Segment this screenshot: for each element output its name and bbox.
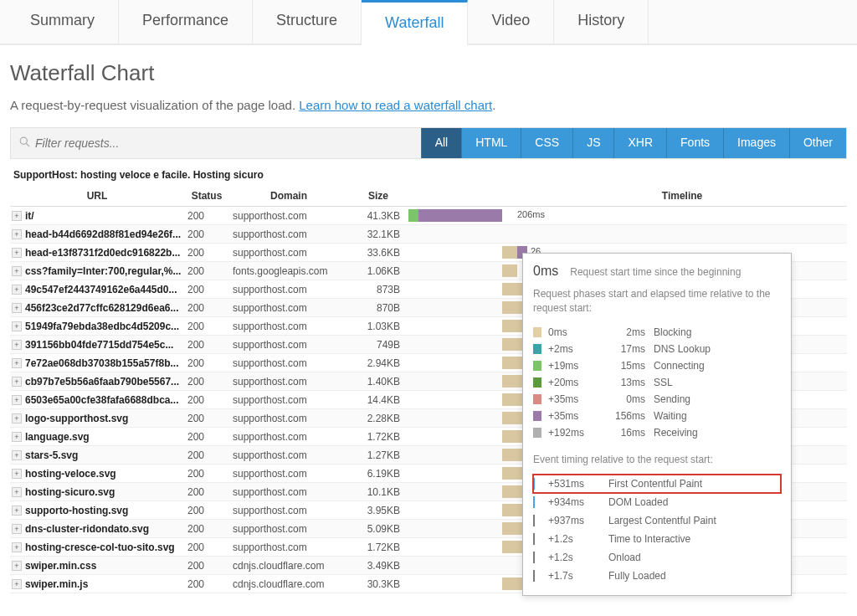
event-row: +937msLargest Contentful Paint	[533, 511, 781, 530]
expand-icon[interactable]: +	[12, 450, 22, 460]
status-cell: 200	[184, 302, 229, 314]
expand-icon[interactable]: +	[12, 340, 22, 350]
table-row[interactable]: +it/200supporthost.com41.3KB206ms	[10, 207, 847, 225]
expand-icon[interactable]: +	[12, 469, 22, 479]
size-cell: 1.72KB	[348, 542, 408, 553]
filter-btn-js[interactable]: JS	[572, 128, 613, 158]
subtitle-suffix: .	[492, 98, 495, 112]
size-cell: 1.06KB	[348, 265, 408, 277]
timeline-left	[408, 557, 517, 574]
expand-icon[interactable]: +	[12, 285, 22, 295]
url-text: 391156bb04fde7715dd754e5c...	[25, 339, 173, 351]
filter-input[interactable]	[35, 128, 413, 158]
expand-icon[interactable]: +	[12, 211, 22, 221]
url-text: hosting-cresce-col-tuo-sito.svg	[25, 542, 175, 553]
domain-cell: supporthost.com	[229, 486, 348, 498]
timeline-left	[408, 391, 517, 408]
status-cell: 200	[184, 431, 229, 443]
domain-cell: supporthost.com	[229, 210, 348, 222]
size-cell: 2.28KB	[348, 413, 408, 424]
event-time: +1.2s	[548, 552, 608, 563]
filter-btn-fonts[interactable]: Fonts	[666, 128, 723, 158]
tab-video[interactable]: Video	[468, 0, 554, 44]
timeline-left	[408, 575, 517, 593]
domain-cell: supporthost.com	[229, 523, 348, 535]
filter-btn-other[interactable]: Other	[789, 128, 846, 158]
phase-name: Receiving	[654, 427, 698, 439]
expand-icon[interactable]: +	[12, 358, 22, 368]
status-cell: 200	[184, 523, 229, 535]
expand-icon[interactable]: +	[12, 266, 22, 276]
event-time: +1.7s	[548, 570, 608, 582]
size-cell: 32.1KB	[348, 228, 408, 240]
expand-icon[interactable]: +	[12, 248, 22, 258]
domain-cell: supporthost.com	[229, 357, 348, 369]
timeline-left	[408, 520, 517, 537]
tab-history[interactable]: History	[554, 0, 649, 44]
expand-icon[interactable]: +	[12, 432, 22, 442]
phase-row: 0ms2msBlocking	[533, 324, 781, 341]
size-cell: 1.40KB	[348, 376, 408, 388]
size-cell: 3.95KB	[348, 505, 408, 516]
size-cell: 873B	[348, 284, 408, 295]
expand-icon[interactable]: +	[12, 487, 22, 497]
domain-cell: supporthost.com	[229, 542, 348, 553]
col-domain[interactable]: Domain	[229, 186, 348, 206]
url-text: hosting-sicuro.svg	[25, 486, 115, 498]
status-cell: 200	[184, 578, 229, 590]
phase-start: +2ms	[548, 343, 602, 355]
tab-structure[interactable]: Structure	[253, 0, 362, 44]
expand-icon[interactable]: +	[12, 542, 22, 552]
phase-start: +192ms	[548, 427, 602, 439]
size-cell: 14.4KB	[348, 394, 408, 406]
tabs-bar: SummaryPerformanceStructureWaterfallVide…	[0, 0, 857, 45]
filter-btn-all[interactable]: All	[421, 128, 462, 158]
expand-icon[interactable]: +	[12, 579, 22, 589]
size-cell: 30.3KB	[348, 578, 408, 590]
filter-btn-images[interactable]: Images	[723, 128, 789, 158]
phase-dur: 2ms	[602, 326, 654, 338]
domain-cell: supporthost.com	[229, 228, 348, 240]
timeline-cell	[517, 225, 847, 243]
url-text: 7e72ae068db37038b155a57f8b...	[25, 357, 178, 369]
filter-btn-html[interactable]: HTML	[461, 128, 521, 158]
url-text: 51949fa79ebda38edbc4d5209c...	[25, 321, 179, 332]
phase-row: +35ms0msSending	[533, 391, 781, 408]
status-cell: 200	[184, 542, 229, 553]
expand-icon[interactable]: +	[12, 561, 22, 571]
tab-performance[interactable]: Performance	[119, 0, 253, 44]
col-timeline[interactable]: Timeline	[517, 186, 847, 206]
expand-icon[interactable]: +	[12, 377, 22, 387]
timeline-left	[408, 465, 517, 482]
expand-icon[interactable]: +	[12, 524, 22, 534]
url-text: swiper.min.css	[25, 560, 96, 572]
expand-icon[interactable]: +	[12, 229, 22, 239]
filter-btn-xhr[interactable]: XHR	[613, 128, 666, 158]
filter-btn-css[interactable]: CSS	[521, 128, 572, 158]
col-url[interactable]: URL	[10, 186, 184, 206]
search-icon	[19, 136, 30, 150]
col-status[interactable]: Status	[184, 186, 229, 206]
phase-row: +35ms156msWaiting	[533, 408, 781, 424]
size-cell: 10.1KB	[348, 486, 408, 498]
status-cell: 200	[184, 357, 229, 369]
timeline-left	[408, 409, 517, 427]
status-cell: 200	[184, 413, 229, 424]
tab-summary[interactable]: Summary	[7, 0, 119, 44]
table-row[interactable]: +head-b44d6692d88f81ed94e26f...200suppor…	[10, 225, 847, 244]
expand-icon[interactable]: +	[12, 506, 22, 516]
expand-icon[interactable]: +	[12, 303, 22, 313]
learn-link[interactable]: Learn how to read a waterfall chart	[299, 98, 492, 112]
timeline-left	[408, 207, 517, 224]
phase-swatch	[533, 377, 541, 388]
tab-waterfall[interactable]: Waterfall	[362, 0, 468, 45]
col-size[interactable]: Size	[348, 186, 408, 206]
event-marker	[533, 478, 535, 490]
url-text: supporto-hosting.svg	[25, 505, 128, 516]
expand-icon[interactable]: +	[12, 413, 22, 424]
phase-swatch	[533, 344, 541, 354]
subtitle: A request-by-request visualization of th…	[10, 98, 847, 112]
phase-dur: 156ms	[602, 410, 654, 422]
expand-icon[interactable]: +	[12, 321, 22, 331]
expand-icon[interactable]: +	[12, 395, 22, 405]
